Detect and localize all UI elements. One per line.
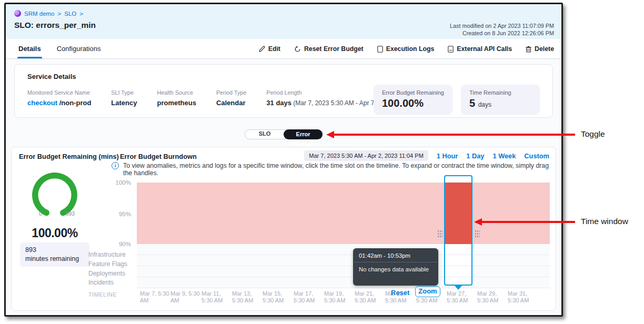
gauge-arc [23,165,86,226]
toggle-option-slo[interactable]: SLO [245,129,284,139]
field-monitored-service: Monitored Service Name checkout /non-pro… [27,89,91,107]
gauge-max-label: 893 [65,210,75,217]
breadcrumb-separator: > [58,11,62,17]
range-1hour-button[interactable]: 1 Hour [437,152,458,160]
y-axis-label-95: 95% [96,211,131,217]
tab-details[interactable]: Details [18,39,41,58]
page-header: SRM demo > SLO > SLO: errors_per_min Las… [6,4,561,39]
page-body: Service Details Monitored Service Name c… [6,59,561,315]
srm-logo-icon [14,10,21,17]
x-tick: Mar 11, 5:30 AM [202,290,231,304]
range-1week-button[interactable]: 1 Week [492,152,516,160]
field-period-type: Period Type Calendar [216,89,246,107]
x-tick: Mar 17, 5:30 AM [294,290,323,304]
api-document-icon [448,46,454,53]
info-text: To view anomalies, metrics and logs for … [123,162,550,177]
drag-handle-left[interactable] [437,229,442,238]
time-remaining-box: Time Remaining 5 days [461,85,540,115]
timestamps: Last modified on 2 Apr 2023 11:07:09 PM … [450,22,554,37]
time-window-pointer-icon [454,285,462,290]
slo-errorbudget-toggle: SLO Error Budget [245,129,323,139]
y-axis-label-100: 100% [96,179,131,186]
info-banner: i To view anomalies, metrics and logs fo… [112,162,550,177]
row-label-feature-flags: Feature Flags [88,260,127,268]
toggle-annotation-arrow-line [333,134,575,136]
service-details-title: Service Details [27,73,540,80]
breadcrumb-slo-link[interactable]: SLO [64,11,76,17]
x-tick: Mar 19, 5:30 AM [324,290,354,304]
y-axis-label-90: 90% [96,241,131,247]
changes-tooltip: 01:42am - 10:53pm No changes data availa… [353,248,438,286]
x-tick: Mar 15, 5:30 AM [263,290,292,304]
breadcrumb-app-link[interactable]: SRM demo [24,11,55,17]
breadcrumb: SRM demo > SLO > [14,10,553,17]
edit-button[interactable]: Edit [259,45,280,53]
minutes-value: 893 [25,246,84,255]
x-tick: Mar 27, 5:30 AM [447,290,476,304]
tooltip-message: No changes data available [353,262,438,276]
gauge-percent: 100.00% [19,226,90,240]
minutes-remaining-box: 893 minutes remaining [20,242,89,267]
info-icon: i [112,162,119,169]
time-window-selection[interactable] [444,175,472,286]
range-1day-button[interactable]: 1 Day [466,152,484,160]
range-custom-button[interactable]: Custom [524,152,549,160]
row-label-incidents: Incidents [88,279,114,286]
gauge-title: Error Budget Remaining (mins) [19,153,119,160]
row-label-infrastructure: Infrastructure [88,251,126,258]
x-tick: Mar 7, 5:30 AM [140,290,169,304]
trash-icon [526,46,531,53]
toggle-annotation-label: Toggle [581,129,605,139]
x-tick: Mar 13, 5:30 AM [232,290,261,304]
reset-error-budget-button[interactable]: Reset Error Budget [294,45,364,53]
burndown-band[interactable] [137,183,550,244]
time-window-annotation-label: Time window [581,217,628,226]
row-label-deployments: Deployments [88,270,125,277]
drag-handle-right[interactable] [474,229,480,238]
x-tick: Mar 29, 5:30 AM [477,290,507,304]
app-window: SRM demo > SLO > SLO: errors_per_min Las… [4,3,563,317]
x-tick: Mar 21, 5:30 AM [355,290,384,304]
error-budget-remaining-box: Error Budget Remaining 100.00% [374,85,452,115]
monitored-service-link[interactable]: checkout [27,99,57,107]
service-details-card: Service Details Monitored Service Name c… [14,64,553,118]
x-tick: Mar 31, 5:30 AM [508,290,537,304]
tooltip-time-range: 01:42am - 10:53pm [353,248,438,262]
document-icon [377,46,383,53]
reset-button[interactable]: Reset [391,289,409,297]
time-window-highlight [445,183,471,244]
burndown-title: Error Budget Burndown [120,153,197,160]
x-tick: Mar 9, 5:30 AM [170,290,200,304]
toolbar: Edit Reset Error Budget Execution Logs [259,39,554,59]
field-sli-type: SLI Type Latency [111,89,137,107]
minutes-caption: minutes remaining [25,255,84,264]
tab-configurations[interactable]: Configurations [57,39,101,58]
created-text: Created on 8 Jun 2022 12:26:06 PM [450,29,554,37]
date-range-badge[interactable]: Mar 7, 2023 5:30 AM - Apr 2, 2023 11:04 … [304,150,428,161]
zoom-button[interactable]: Zoom [415,286,440,297]
external-api-calls-button[interactable]: External API Calls [448,45,512,53]
summary-boxes: Error Budget Remaining 100.00% Time Rema… [374,85,540,115]
breadcrumb-separator: > [79,11,83,17]
last-modified-text: Last modified on 2 Apr 2023 11:07:09 PM [450,22,554,29]
delete-button[interactable]: Delete [526,45,554,53]
timeline-axis-label: TIMELINE [88,291,117,298]
error-budget-card: Error Budget Remaining (mins) 0 893 100.… [11,147,556,311]
tab-bar: Details Configurations Edit Reset Error … [6,39,561,59]
execution-logs-button[interactable]: Execution Logs [377,45,435,53]
error-budget-gauge: 0 893 [23,165,86,226]
screenshot-canvas: SRM demo > SLO > SLO: errors_per_min Las… [0,0,644,324]
toggle-option-error-budget[interactable]: Error Budget [284,129,323,139]
time-window-annotation-arrow-line [481,221,575,223]
pencil-icon [259,46,265,52]
change-rows-area [137,244,550,288]
gauge-min-label: 0 [39,210,42,217]
reset-icon [294,46,301,53]
field-health-source: Health Source prometheus [157,89,196,107]
